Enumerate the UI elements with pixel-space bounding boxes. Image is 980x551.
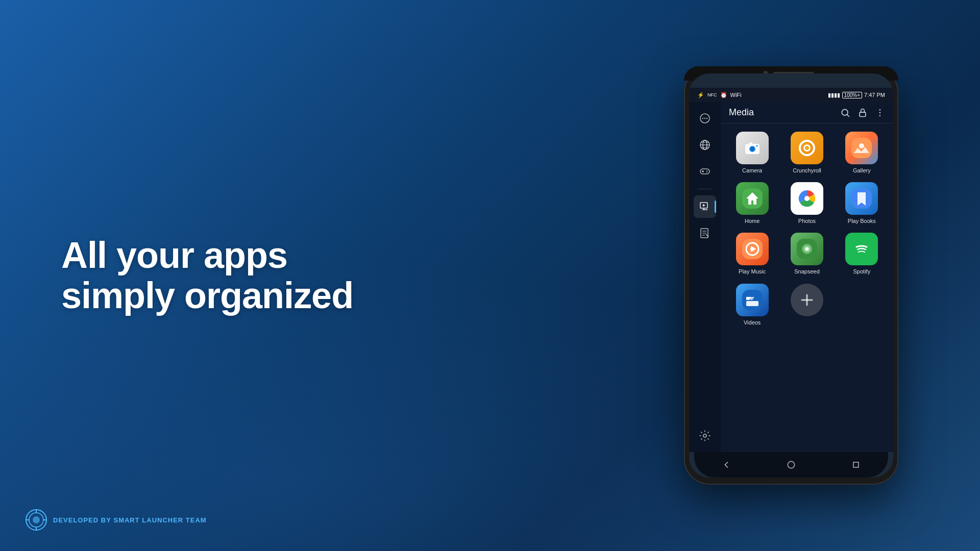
status-icon-nfc: NFC bbox=[707, 92, 717, 97]
app-item-playmusic[interactable]: Play Music bbox=[729, 233, 775, 275]
notes-icon bbox=[699, 227, 711, 239]
sidebar-item-gamepad[interactable] bbox=[694, 160, 716, 183]
svg-point-44 bbox=[805, 146, 809, 150]
brand-company: Smart Launcher Team bbox=[113, 516, 206, 524]
category-header: Media bbox=[721, 102, 893, 123]
status-right: ▮▮▮▮ 100%+ 7:47 PM bbox=[828, 92, 885, 98]
playmusic-app-icon bbox=[736, 233, 769, 265]
app-item-spotify[interactable]: Spotify bbox=[839, 233, 885, 275]
snapseed-app-name: Snapseed bbox=[794, 268, 820, 275]
brand-prefix: DEVELOPED BY bbox=[53, 516, 111, 524]
svg-rect-33 bbox=[860, 112, 866, 116]
brand-logo-icon bbox=[26, 509, 47, 531]
svg-point-46 bbox=[859, 143, 864, 148]
playbooks-app-name: Play Books bbox=[848, 218, 876, 224]
gallery-app-name: Gallery bbox=[853, 167, 871, 174]
svg-point-35 bbox=[879, 112, 881, 113]
status-icon-alarm: ⏰ bbox=[720, 92, 727, 98]
svg-point-10 bbox=[706, 118, 707, 119]
photos-app-icon bbox=[791, 182, 823, 215]
headline-line2: simply organized bbox=[61, 275, 353, 316]
nav-home-button[interactable] bbox=[783, 457, 799, 472]
sidebar-item-settings[interactable] bbox=[694, 424, 716, 447]
spotify-icon-svg bbox=[851, 239, 872, 259]
svg-line-32 bbox=[847, 114, 849, 116]
sidebar-item-notes[interactable] bbox=[694, 222, 716, 244]
app-item-gallery[interactable]: Gallery bbox=[839, 132, 885, 174]
svg-point-19 bbox=[706, 170, 707, 171]
camera-app-name: Camera bbox=[742, 167, 762, 174]
search-header-icon[interactable] bbox=[840, 108, 850, 118]
media-icon bbox=[699, 201, 711, 213]
crunchyroll-icon-svg bbox=[797, 138, 817, 158]
playmusic-app-name: Play Music bbox=[739, 268, 766, 275]
header-icons bbox=[840, 108, 885, 118]
app-content: Media bbox=[689, 102, 893, 452]
add-icon-svg bbox=[798, 291, 816, 309]
main-panel: Media bbox=[721, 102, 893, 452]
sidebar-item-bubble[interactable] bbox=[694, 107, 716, 130]
lock-header-icon[interactable] bbox=[857, 108, 868, 118]
sidebar-divider bbox=[697, 189, 713, 189]
app-item-snapseed[interactable]: Snapseed bbox=[783, 233, 830, 275]
svg-rect-16 bbox=[700, 169, 709, 174]
battery-level: 100 bbox=[844, 92, 853, 98]
app-item-crunchyroll[interactable]: Crunchyroll bbox=[783, 132, 830, 174]
recents-icon bbox=[851, 460, 861, 470]
svg-rect-40 bbox=[749, 142, 752, 144]
svg-rect-60 bbox=[746, 301, 758, 306]
svg-point-39 bbox=[750, 147, 754, 151]
home-app-icon bbox=[736, 182, 769, 215]
gallery-icon-svg bbox=[851, 138, 872, 158]
status-time: 7:47 PM bbox=[864, 92, 885, 98]
svg-point-41 bbox=[756, 145, 758, 147]
phone-screen: ⚡ NFC ⏰ WiFi ▮▮▮▮ 100%+ 7:47 PM bbox=[689, 73, 893, 478]
home-icon-svg bbox=[742, 188, 763, 209]
nav-recents-button[interactable] bbox=[848, 457, 864, 472]
sidebar-item-globe[interactable] bbox=[694, 134, 716, 156]
spotify-app-icon bbox=[845, 233, 878, 265]
sidebar-item-media[interactable] bbox=[694, 195, 716, 218]
spotify-app-name: Spotify bbox=[853, 268, 871, 275]
camera-icon-svg bbox=[743, 139, 762, 157]
status-bar: ⚡ NFC ⏰ WiFi ▮▮▮▮ 100%+ 7:47 PM bbox=[689, 88, 893, 102]
home-nav-icon bbox=[786, 460, 796, 470]
svg-point-48 bbox=[804, 196, 810, 201]
svg-point-2 bbox=[33, 516, 40, 523]
playbooks-icon-svg bbox=[851, 188, 872, 209]
main-headline: All your apps simply organized bbox=[61, 235, 368, 316]
status-battery-icon: 100%+ bbox=[842, 92, 862, 98]
photos-icon-svg bbox=[796, 187, 818, 210]
svg-point-34 bbox=[879, 109, 881, 110]
status-icon-wifi: WiFi bbox=[730, 92, 742, 98]
svg-point-9 bbox=[704, 118, 705, 119]
gamepad-icon bbox=[699, 165, 711, 178]
svg-point-36 bbox=[879, 115, 881, 116]
bottom-nav bbox=[694, 452, 888, 478]
status-left-icons: ⚡ NFC ⏰ WiFi bbox=[697, 92, 742, 98]
app-grid: Camera Crunchyroll bbox=[721, 123, 893, 452]
videos-app-name: Videos bbox=[744, 319, 761, 326]
bubble-icon bbox=[699, 112, 711, 124]
settings-icon bbox=[699, 430, 711, 442]
nav-back-button[interactable] bbox=[719, 457, 734, 472]
videos-icon-svg bbox=[742, 290, 763, 310]
app-item-camera[interactable]: Camera bbox=[729, 132, 775, 174]
app-item-home[interactable]: Home bbox=[729, 182, 775, 224]
sidebar bbox=[689, 102, 721, 452]
phone-body: ⚡ NFC ⏰ WiFi ▮▮▮▮ 100%+ 7:47 PM bbox=[684, 66, 898, 485]
more-header-icon[interactable] bbox=[875, 108, 885, 118]
app-item-playbooks[interactable]: Play Books bbox=[839, 182, 885, 224]
back-icon bbox=[721, 460, 731, 470]
status-icon-bluetooth: ⚡ bbox=[697, 92, 704, 98]
app-item-add[interactable] bbox=[783, 284, 830, 326]
app-item-videos[interactable]: Videos bbox=[729, 284, 775, 326]
app-item-photos[interactable]: Photos bbox=[783, 182, 830, 224]
left-content: All your apps simply organized bbox=[61, 235, 368, 316]
bottom-branding: DEVELOPED BY Smart Launcher Team bbox=[26, 509, 207, 531]
playbooks-app-icon bbox=[845, 182, 878, 215]
videos-app-icon bbox=[736, 284, 769, 316]
svg-point-63 bbox=[788, 461, 794, 468]
category-title: Media bbox=[729, 107, 840, 118]
photos-app-name: Photos bbox=[798, 218, 816, 224]
